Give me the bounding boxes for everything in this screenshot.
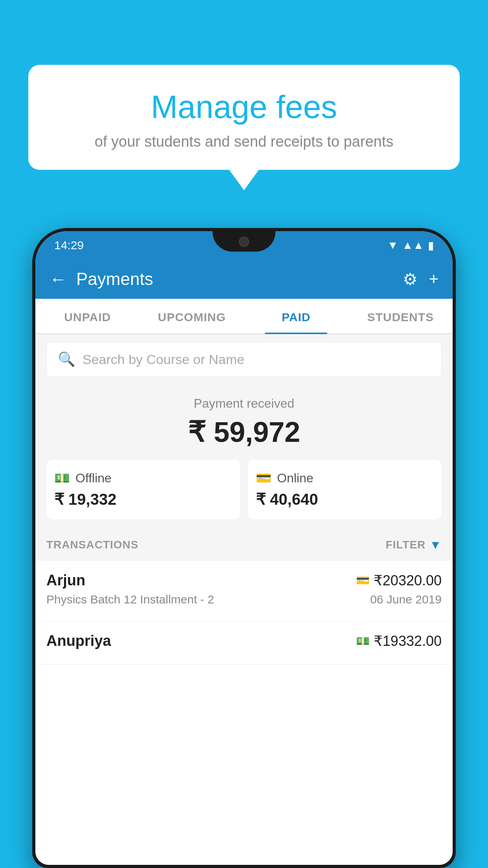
online-label: Online bbox=[277, 471, 314, 485]
transaction-row-2: Anupriya 💵 ₹19332.00 bbox=[46, 633, 442, 649]
add-icon[interactable]: + bbox=[429, 270, 438, 289]
offline-card-header: 💵 Offline bbox=[54, 471, 232, 485]
transaction-item-anupriya[interactable]: Anupriya 💵 ₹19332.00 bbox=[35, 622, 453, 665]
transaction-detail-row-1: Physics Batch 12 Installment - 2 06 June… bbox=[46, 593, 442, 606]
transactions-header: TRANSACTIONS FILTER ▼ bbox=[35, 529, 453, 561]
offline-card: 💵 Offline ₹ 19,332 bbox=[46, 460, 240, 519]
app-title: Payments bbox=[76, 269, 393, 289]
transaction-amount-container-1: 💳 ₹20320.00 bbox=[356, 572, 442, 589]
status-bar: 14:29 ▼ ▲▲ ▮ bbox=[35, 231, 453, 259]
payment-received-label: Payment received bbox=[46, 396, 442, 411]
card-icon: 💳 bbox=[256, 471, 272, 485]
notch bbox=[213, 231, 275, 252]
filter-label: FILTER bbox=[385, 539, 426, 551]
app-bar-actions: ⚙ + bbox=[403, 270, 438, 289]
transaction-detail-1: Physics Batch 12 Installment - 2 bbox=[46, 593, 214, 606]
online-card-header: 💳 Online bbox=[256, 471, 434, 485]
back-button[interactable]: ← bbox=[50, 269, 67, 289]
payment-total-amount: ₹ 59,972 bbox=[46, 416, 442, 449]
payment-summary: Payment received ₹ 59,972 💵 Offline ₹ 19… bbox=[35, 384, 453, 529]
transaction-name-2: Anupriya bbox=[46, 633, 111, 649]
transactions-label: TRANSACTIONS bbox=[46, 539, 138, 551]
transaction-amount-1: ₹20320.00 bbox=[374, 572, 442, 589]
tab-upcoming[interactable]: UPCOMING bbox=[140, 299, 244, 333]
phone-frame: 14:29 ▼ ▲▲ ▮ ← Payments ⚙ + UNPAID bbox=[32, 228, 456, 868]
search-input[interactable]: Search by Course or Name bbox=[83, 352, 244, 367]
camera bbox=[239, 237, 249, 247]
speech-bubble: Manage fees of your students and send re… bbox=[28, 65, 460, 170]
offline-amount: ₹ 19,332 bbox=[54, 490, 232, 508]
transaction-date-1: 06 June 2019 bbox=[370, 593, 442, 606]
search-bar[interactable]: 🔍 Search by Course or Name bbox=[46, 342, 442, 377]
cash-icon: 💵 bbox=[54, 471, 70, 485]
transaction-item-arjun[interactable]: Arjun 💳 ₹20320.00 Physics Batch 12 Insta… bbox=[35, 561, 453, 622]
settings-icon[interactable]: ⚙ bbox=[403, 270, 418, 289]
offline-label: Offline bbox=[75, 471, 112, 485]
transaction-amount-2: ₹19332.00 bbox=[374, 633, 442, 649]
search-container: 🔍 Search by Course or Name bbox=[35, 334, 453, 384]
tabs: UNPAID UPCOMING PAID STUDENTS bbox=[35, 299, 453, 334]
battery-icon: ▮ bbox=[428, 239, 434, 252]
filter-icon: ▼ bbox=[429, 538, 442, 552]
status-time: 14:29 bbox=[54, 239, 84, 252]
transaction-row-1: Arjun 💳 ₹20320.00 bbox=[46, 572, 442, 589]
bubble-title: Manage fees bbox=[48, 88, 440, 125]
cash-payment-icon-2: 💵 bbox=[356, 634, 370, 647]
tab-unpaid[interactable]: UNPAID bbox=[35, 299, 140, 333]
online-card: 💳 Online ₹ 40,640 bbox=[248, 460, 442, 519]
bubble-subtitle: of your students and send receipts to pa… bbox=[48, 133, 440, 150]
tab-students[interactable]: STUDENTS bbox=[349, 299, 453, 333]
tab-paid[interactable]: PAID bbox=[244, 299, 349, 333]
online-amount: ₹ 40,640 bbox=[256, 490, 434, 508]
wifi-icon: ▼ bbox=[387, 239, 398, 252]
transaction-amount-container-2: 💵 ₹19332.00 bbox=[356, 633, 442, 649]
search-icon: 🔍 bbox=[58, 351, 75, 368]
filter-button[interactable]: FILTER ▼ bbox=[385, 538, 442, 552]
status-icons: ▼ ▲▲ ▮ bbox=[387, 239, 434, 252]
transaction-name-1: Arjun bbox=[46, 572, 85, 589]
card-payment-icon-1: 💳 bbox=[356, 574, 370, 587]
app-bar: ← Payments ⚙ + bbox=[35, 259, 453, 299]
signal-icon: ▲▲ bbox=[402, 239, 424, 252]
payment-cards: 💵 Offline ₹ 19,332 💳 Online ₹ 40,640 bbox=[46, 460, 442, 519]
phone-screen: 14:29 ▼ ▲▲ ▮ ← Payments ⚙ + UNPAID bbox=[35, 231, 453, 865]
